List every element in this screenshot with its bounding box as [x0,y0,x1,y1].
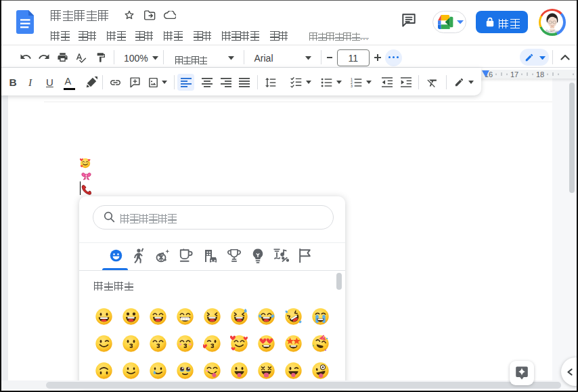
svg-text:17: 17 [510,70,518,79]
svg-text:Teacher: Teacher [546,28,559,32]
svg-text:18: 18 [536,70,544,79]
